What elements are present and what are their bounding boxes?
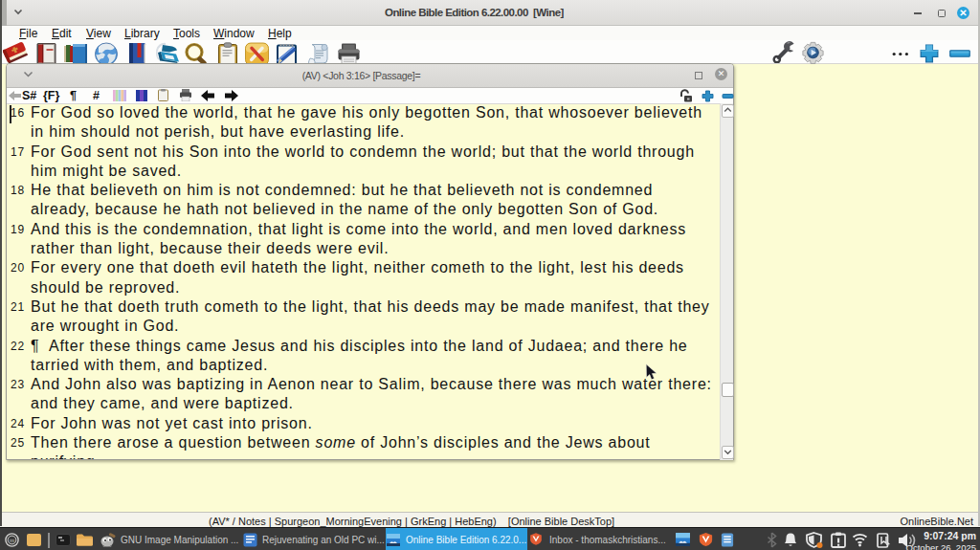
- svg-text:m: m: [10, 538, 14, 543]
